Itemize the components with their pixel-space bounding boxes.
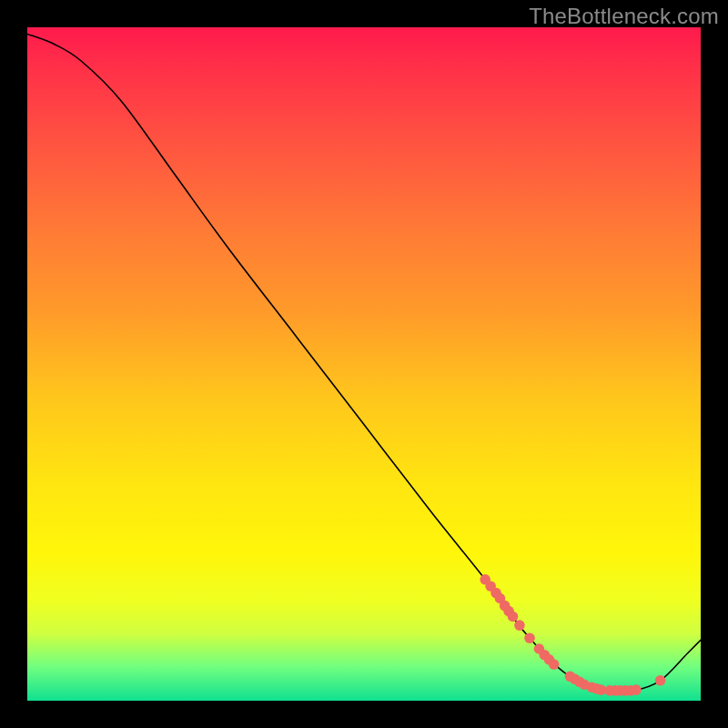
watermark-text: TheBottleneck.com: [529, 4, 719, 29]
bottleneck-curve: [27, 34, 701, 692]
plot-svg: [27, 27, 701, 701]
curve-markers: [480, 574, 665, 696]
curve-marker: [549, 659, 560, 670]
curve-marker: [655, 675, 666, 686]
curve-marker: [508, 612, 519, 622]
curve-marker: [631, 684, 642, 695]
plot-area: [27, 27, 701, 701]
chart-stage: TheBottleneck.com: [0, 0, 728, 728]
curve-marker: [514, 620, 525, 631]
curve-marker: [524, 632, 535, 643]
